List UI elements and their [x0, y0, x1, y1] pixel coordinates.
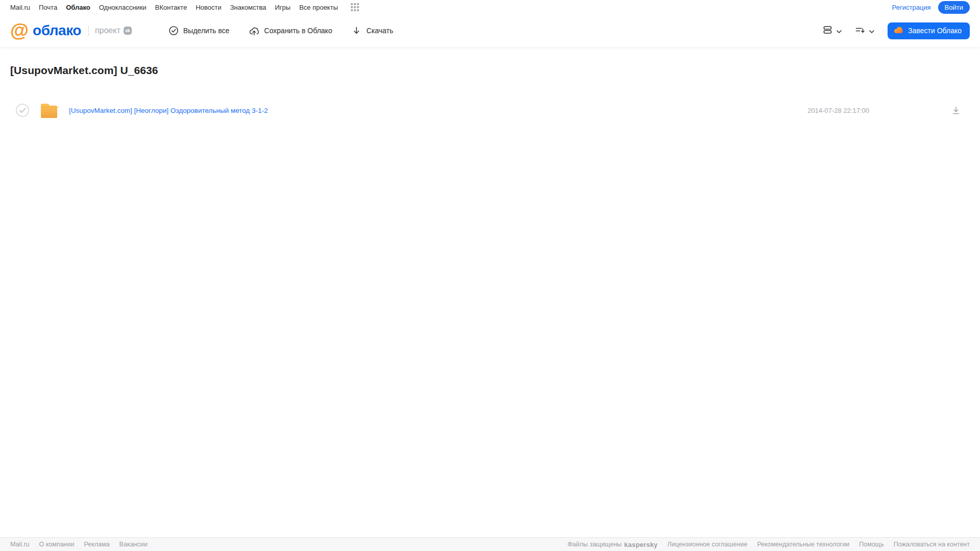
view-mode-dropdown[interactable]	[823, 25, 842, 36]
list-view-icon	[823, 25, 832, 36]
cloud-icon	[894, 26, 903, 35]
download-arrow-icon	[351, 26, 362, 36]
save-to-cloud-label: Сохранить в Облако	[264, 27, 332, 35]
save-to-cloud-button[interactable]: Сохранить в Облако	[249, 26, 332, 36]
file-date: 2014-07-28 22:17:00	[807, 107, 869, 114]
nav-vkontakte[interactable]: ВКонтакте	[155, 4, 187, 11]
footer-recommendations-link[interactable]: Рекомендательные технологии	[757, 541, 849, 548]
portal-links: Mail.ru Почта Облако Одноклассники ВКонт…	[10, 3, 359, 11]
toolbar: Выделить все Сохранить в Облако Скачать	[169, 26, 393, 36]
nav-znakomstva[interactable]: Знакомства	[230, 4, 266, 11]
mailru-at-icon: @	[10, 21, 29, 40]
kaspersky-protection: Файлы защищены kaspersky	[567, 541, 658, 548]
create-cloud-label: Завести Облако	[908, 27, 962, 35]
footer-mailru-link[interactable]: Mail.ru	[10, 541, 30, 548]
nav-odnoklassniki[interactable]: Одноклассники	[99, 4, 147, 11]
footer-about-link[interactable]: О компании	[39, 541, 75, 548]
registration-link[interactable]: Регистрация	[892, 4, 931, 11]
footer-ads-link[interactable]: Реклама	[84, 541, 109, 548]
footer-right-links: Файлы защищены kaspersky Лицензионное со…	[567, 541, 970, 548]
footer-left-links: Mail.ru О компании Реклама Вакансии	[10, 541, 148, 548]
select-all-button[interactable]: Выделить все	[169, 26, 230, 36]
create-cloud-button[interactable]: Завести Облако	[888, 22, 970, 39]
logo-wordmark: облако	[33, 23, 81, 38]
apps-grid-icon[interactable]	[351, 3, 359, 11]
footer-jobs-link[interactable]: Вакансии	[119, 541, 148, 548]
footer-report-link[interactable]: Пожаловаться на контент	[894, 541, 970, 548]
footer: Mail.ru О компании Реклама Вакансии Файл…	[0, 537, 980, 551]
login-button[interactable]: Войти	[938, 1, 970, 14]
footer-help-link[interactable]: Помощь	[859, 541, 883, 548]
select-all-label: Выделить все	[183, 27, 230, 35]
main-content: [UsupovMarket.com] U_6636 [UsupovMarket.…	[0, 47, 980, 537]
download-button[interactable]: Скачать	[351, 26, 393, 36]
header: @ облако проект vk Выделить все	[0, 14, 980, 47]
chevron-down-icon	[836, 27, 842, 35]
nav-igry[interactable]: Игры	[275, 4, 291, 11]
row-download-icon[interactable]	[952, 106, 960, 115]
chevron-down-icon	[869, 27, 874, 35]
nav-vse-proekty[interactable]: Все проекты	[299, 4, 338, 11]
nav-pochta[interactable]: Почта	[39, 4, 57, 11]
nav-novosti[interactable]: Новости	[196, 4, 221, 11]
top-nav: Mail.ru Почта Облако Одноклассники ВКонт…	[0, 0, 980, 14]
header-right-controls: Завести Облако	[823, 22, 970, 39]
cloud-logo[interactable]: @ облако проект vk	[10, 21, 132, 40]
file-row[interactable]: [UsupovMarket.com] [Неоглори] Оздоровите…	[10, 99, 970, 122]
row-checkbox[interactable]	[16, 104, 29, 117]
footer-license-link[interactable]: Лицензионное соглашение	[667, 541, 748, 548]
logo-divider	[88, 26, 89, 36]
sort-icon	[855, 25, 865, 36]
vk-badge-icon: vk	[124, 27, 132, 35]
protected-label: Файлы защищены	[567, 541, 622, 548]
sort-dropdown[interactable]	[855, 25, 874, 36]
file-name-link[interactable]: [UsupovMarket.com] [Неоглори] Оздоровите…	[69, 107, 268, 114]
kaspersky-logo[interactable]: kaspersky	[624, 541, 657, 548]
check-circle-icon	[169, 26, 179, 36]
download-label: Скачать	[366, 27, 393, 35]
project-label: проект	[95, 26, 121, 35]
page-title: [UsupovMarket.com] U_6636	[10, 64, 970, 77]
nav-mailru[interactable]: Mail.ru	[10, 4, 30, 11]
cloud-upload-icon	[249, 26, 259, 36]
folder-icon[interactable]	[39, 102, 59, 118]
nav-oblako[interactable]: Облако	[66, 4, 90, 11]
